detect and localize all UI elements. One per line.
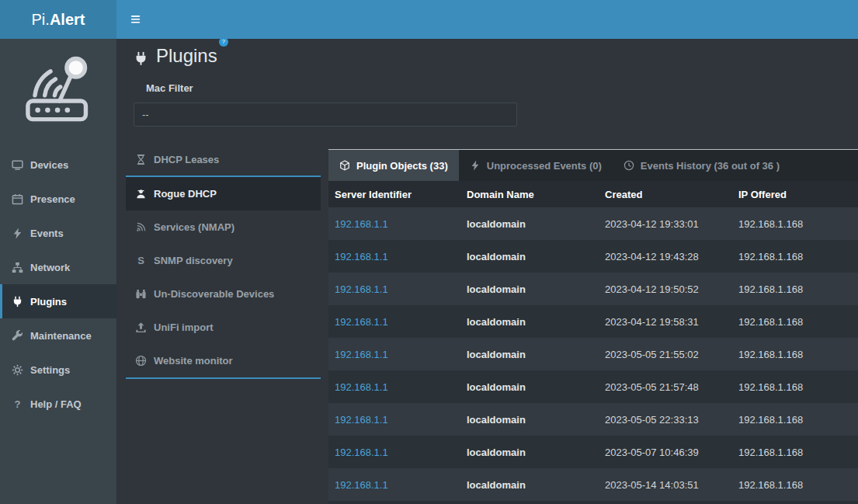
table-row-partial — [328, 501, 858, 504]
binoculars-icon — [135, 288, 147, 300]
cell-ip-offered: 192.168.1.168 — [732, 207, 858, 240]
cell-ip-offered: 192.168.1.168 — [732, 403, 858, 436]
gear-icon — [12, 364, 23, 376]
bolt-icon — [12, 228, 23, 239]
cell-created: 2023-05-05 21:57:48 — [599, 370, 732, 403]
app-logo — [0, 39, 116, 148]
bolt-icon — [470, 160, 481, 171]
cell-ip-offered: 192.168.1.168 — [732, 305, 858, 338]
cell-ip-offered: 192.168.1.168 — [732, 436, 858, 468]
hourglass-icon — [135, 154, 147, 165]
plugin-item-website-monitor[interactable]: Website monitor — [126, 344, 321, 377]
mac-filter-value: -- — [142, 109, 149, 120]
tab-plugin-objects[interactable]: Plugin Objects (33) — [328, 150, 459, 181]
sidebar: Devices Presence Events Network Plugins … — [0, 39, 116, 504]
sidebar-item-label: Plugins — [30, 296, 67, 308]
tab-label: Plugin Objects (33) — [356, 160, 448, 172]
cell-server-identifier: 192.168.1.1 — [328, 273, 460, 305]
sidebar-item-label: Help / FAQ — [30, 398, 82, 410]
plugin-item-label: UniFi import — [154, 322, 214, 333]
cell-domain-name: localdomain — [460, 207, 599, 240]
cell-ip-offered: 192.168.1.168 — [732, 338, 858, 370]
server-identifier-link[interactable]: 192.168.1.1 — [335, 316, 388, 328]
sitemap-icon — [12, 262, 23, 273]
plugin-item-unifi-import[interactable]: UniFi import — [126, 311, 321, 344]
sidebar-item-settings[interactable]: Settings — [0, 353, 116, 387]
plugin-item-snmp-discovery[interactable]: S SNMP discovery — [126, 244, 321, 277]
sidebar-item-label: Presence — [30, 193, 75, 205]
sidebar-item-network[interactable]: Network — [0, 250, 116, 284]
cell-created: 2023-05-07 10:46:39 — [599, 436, 732, 468]
server-identifier-link[interactable]: 192.168.1.1 — [335, 349, 388, 360]
upload-icon — [135, 322, 147, 333]
cell-ip-offered: 192.168.1.168 — [732, 240, 858, 273]
cell-ip-offered: 192.168.1.168 — [732, 370, 858, 403]
cell-created: 2023-05-05 21:55:02 — [599, 338, 732, 370]
server-identifier-link[interactable]: 192.168.1.1 — [335, 251, 388, 262]
cell-domain-name: localdomain — [460, 403, 599, 436]
clock-icon — [624, 160, 634, 171]
sidebar-item-events[interactable]: Events — [0, 216, 116, 250]
sidebar-item-plugins[interactable]: Plugins — [0, 284, 116, 318]
plugin-item-dhcp-leases[interactable]: DHCP Leases — [126, 144, 321, 177]
page-title: Plugins — [156, 45, 217, 67]
sidebar-item-maintenance[interactable]: Maintenance — [0, 318, 116, 353]
brand-logo[interactable]: Pi.Alert — [0, 0, 116, 39]
plugin-item-label: DHCP Leases — [154, 154, 219, 165]
plugin-item-rogue-dhcp[interactable]: Rogue DHCP — [126, 177, 321, 210]
plugin-detail-pane: Plugin Objects (33) Unprocessed Events (… — [328, 149, 858, 504]
cell-created: 2023-05-14 14:03:51 — [599, 468, 732, 501]
cell-domain-name: localdomain — [460, 273, 599, 305]
plug-icon — [134, 51, 148, 66]
cell-server-identifier: 192.168.1.1 — [328, 468, 460, 501]
column-header-ip-offered: IP Offered — [732, 181, 858, 207]
brand-bold: Alert — [50, 11, 85, 29]
cell-created: 2023-04-12 19:58:31 — [599, 305, 732, 338]
cell-domain-name: localdomain — [460, 436, 599, 468]
cube-icon — [339, 160, 350, 171]
sidebar-item-help-faq[interactable]: ? Help / FAQ — [0, 387, 116, 421]
server-identifier-link[interactable]: 192.168.1.1 — [335, 381, 388, 393]
plugin-item-label: Un-Discoverable Devices — [154, 288, 274, 300]
cell-ip-offered: 192.168.1.168 — [732, 468, 858, 501]
cell-created: 2023-04-12 19:43:28 — [599, 240, 732, 273]
column-header-created: Created — [599, 181, 732, 207]
cell-domain-name: localdomain — [460, 468, 599, 501]
monitor-icon — [12, 159, 23, 171]
sidebar-item-label: Network — [30, 262, 70, 273]
cell-server-identifier: 192.168.1.1 — [328, 305, 460, 338]
cell-server-identifier: 192.168.1.1 — [328, 436, 460, 468]
cell-server-identifier: 192.168.1.1 — [328, 370, 460, 403]
cell-server-identifier: 192.168.1.1 — [328, 207, 460, 240]
sidebar-item-devices[interactable]: Devices — [0, 148, 116, 182]
wrench-icon — [12, 330, 23, 342]
server-identifier-link[interactable]: 192.168.1.1 — [335, 414, 388, 426]
cell-created: 2023-05-05 22:33:13 — [599, 403, 732, 436]
server-identifier-link[interactable]: 192.168.1.1 — [335, 447, 388, 458]
plugin-item-label: Services (NMAP) — [154, 221, 234, 233]
question-mark-icon: ? — [12, 398, 23, 410]
table-row: 192.168.1.1 localdomain 2023-04-12 19:33… — [328, 207, 858, 240]
table-row: 192.168.1.1 localdomain 2023-05-14 14:03… — [328, 468, 858, 501]
cell-server-identifier: 192.168.1.1 — [328, 403, 460, 436]
hamburger-icon: ≡ — [130, 9, 141, 30]
tab-bar: Plugin Objects (33) Unprocessed Events (… — [328, 149, 858, 181]
plugin-item-undiscoverable-devices[interactable]: Un-Discoverable Devices — [126, 277, 321, 311]
server-identifier-link[interactable]: 192.168.1.1 — [335, 479, 388, 491]
cell-server-identifier: 192.168.1.1 — [328, 240, 460, 273]
sidebar-item-label: Maintenance — [30, 330, 92, 342]
plugin-item-services-nmap[interactable]: Services (NMAP) — [126, 210, 321, 244]
top-bar-main: ≡ — [116, 0, 858, 39]
tab-unprocessed-events[interactable]: Unprocessed Events (0) — [459, 150, 613, 181]
cell-created: 2023-04-12 19:50:52 — [599, 273, 732, 305]
sidebar-item-presence[interactable]: Presence — [0, 182, 116, 216]
hamburger-menu-button[interactable]: ≡ — [116, 0, 155, 39]
tab-events-history[interactable]: Events History (36 out of 36 ) — [613, 150, 790, 181]
server-identifier-link[interactable]: 192.168.1.1 — [335, 218, 388, 230]
server-identifier-link[interactable]: 192.168.1.1 — [335, 283, 388, 295]
mac-filter-select[interactable]: -- — [134, 103, 517, 127]
sidebar-item-label: Devices — [30, 159, 68, 171]
sidebar-item-label: Settings — [30, 364, 70, 376]
main-content: Plugins ? Mac Filter -- DHCP Leases Rogu… — [116, 39, 858, 504]
plugin-item-label: SNMP discovery — [154, 255, 233, 266]
